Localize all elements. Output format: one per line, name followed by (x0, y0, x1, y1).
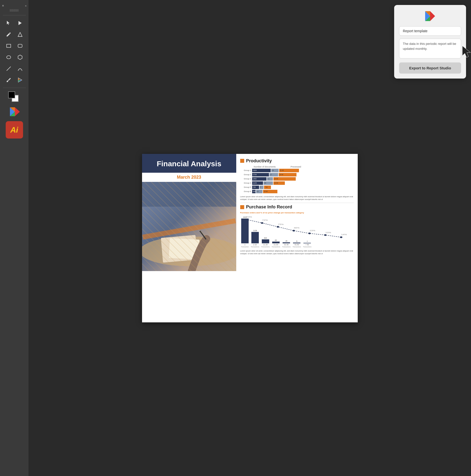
table-row: Group 6 345 12 15 M (240, 190, 354, 193)
cover-subtitle: March 2023 (147, 173, 231, 182)
chart-headers: Number of documents Processed (240, 166, 354, 168)
bar-orange: 7 M (264, 186, 271, 189)
cover-image-overlay (142, 182, 236, 271)
svg-point-2 (6, 56, 11, 59)
toolbar-divider-2 (3, 88, 26, 88)
bar-dark: 1492 (252, 177, 266, 181)
export-button[interactable]: Export to Report Studio (399, 62, 461, 74)
purchase-highlight: % of no price change (260, 212, 280, 214)
table-row: Group 4 1129 19 12 M (240, 181, 354, 185)
hex-tool[interactable] (15, 52, 25, 62)
chart-col2: Processed (291, 166, 301, 168)
purchase-bar-group: 7 > 50 Transactions (303, 241, 311, 248)
svg-point-33 (340, 236, 342, 238)
bar-mid: 14 (271, 169, 279, 172)
purchase-bar (272, 242, 280, 243)
color-swatches[interactable] (8, 91, 21, 104)
rounded-rect-tool[interactable] (15, 41, 25, 51)
bar-dark: 726 (252, 186, 259, 189)
purchase-lorem: Lorem ipsum dolor sit amet, consectetuer… (240, 250, 354, 255)
curve-tool[interactable] (15, 63, 25, 74)
bar-mid: 7 (260, 186, 264, 189)
svg-text:14%: 14% (341, 233, 347, 235)
bar-orange: 19 M (279, 173, 296, 176)
play-logo (9, 106, 20, 118)
ai-button[interactable]: Ai (6, 121, 23, 139)
page-right: Productivity Number of documents Process… (236, 154, 358, 322)
fill-color-front (8, 91, 15, 98)
purchase-bar-group: 324 11-20 Transactions (261, 237, 270, 248)
purchase-bar-group: 1128 2-10 Transactions (251, 230, 259, 248)
purchase-bar (303, 243, 311, 243)
page-left: Financial Analysis March 2023 (142, 154, 236, 322)
angle-tool[interactable] (15, 29, 25, 40)
toolbar-divider (3, 15, 26, 15)
bar-mid: 17 (269, 173, 278, 176)
toolbar: × « |||||||||| (0, 0, 29, 476)
cover-title: Financial Analysis (148, 159, 230, 168)
chart-col1: Number of documents (254, 166, 276, 168)
table-row: Group 2 1726 17 19 M (240, 173, 354, 176)
purchase-bar-group: 62 21-30 Transactions (272, 239, 280, 248)
toolbar-tools (0, 17, 29, 86)
bar-orange: 21 M (279, 169, 299, 172)
document: Financial Analysis March 2023 (142, 154, 358, 322)
table-row: Group 5 726 7 7 M (240, 186, 354, 189)
purchase-bar (241, 219, 249, 243)
cursor-arrow (461, 45, 471, 60)
purchase-section: Purchase Info Record Purchase orders and… (240, 204, 354, 255)
bar-dark: 345 (252, 190, 256, 193)
productivity-dot (240, 159, 244, 163)
productivity-header: Productivity (240, 158, 354, 164)
svg-line-4 (6, 67, 11, 71)
purchase-chart: 2431 1 Transaction 1128 2-10 Transaction… (240, 215, 354, 248)
toolbar-grip: |||||||||| (10, 9, 19, 12)
svg-marker-38 (462, 46, 471, 57)
arrow-tool[interactable] (3, 18, 14, 28)
ellipse-tool[interactable] (3, 52, 14, 62)
purchase-dot (240, 205, 244, 209)
pen-tool[interactable] (3, 29, 14, 40)
svg-text:72%: 72% (262, 219, 268, 221)
collapse-icon[interactable]: « (25, 4, 27, 7)
bar-dark: 1129 (252, 181, 263, 185)
fill-arrow-tool[interactable] (15, 18, 25, 28)
purchase-bar-group: 2431 1 Transaction (241, 216, 249, 248)
bar-dark: 1726 (252, 173, 269, 176)
main-canvas: Financial Analysis March 2023 (29, 0, 471, 476)
bar-orange: 15 M (263, 190, 277, 193)
svg-marker-37 (430, 11, 435, 21)
svg-text:46%: 46% (294, 227, 299, 229)
report-description-textarea[interactable]: The data in this periodic report will be… (399, 39, 461, 58)
close-icon[interactable]: × (2, 4, 4, 8)
purchase-bar (251, 232, 259, 243)
svg-point-32 (324, 234, 326, 236)
play-icon-tool[interactable] (15, 75, 25, 85)
svg-point-28 (261, 222, 263, 224)
cover-image (142, 182, 236, 271)
rectangle-tool[interactable] (3, 41, 14, 51)
brush-tool[interactable] (3, 75, 14, 85)
bar-orange: 12 M (273, 181, 285, 185)
svg-marker-12 (15, 107, 20, 116)
svg-point-29 (277, 226, 279, 228)
svg-rect-1 (18, 44, 22, 48)
right-panel: Report template The data in this periodi… (394, 5, 466, 79)
svg-text:13%: 13% (325, 231, 331, 234)
purchase-bar (262, 239, 269, 243)
panel-logo (399, 10, 461, 22)
bar-mid: 12 (256, 190, 263, 193)
productivity-lorem: Lorem ipsum dolor sit amet, consectetuer… (240, 195, 354, 201)
table-row: Group 1 1928 14 21 M (240, 169, 354, 172)
svg-text:13%: 13% (309, 229, 315, 232)
line-tool[interactable] (3, 63, 14, 74)
svg-text:75%: 75% (278, 223, 284, 225)
productivity-chart: Number of documents Processed Group 1 19… (240, 166, 354, 193)
table-row: Group 3 1492 11 24 M (240, 177, 354, 181)
bar-dark: 1928 (252, 169, 271, 172)
purchase-bar-group: 9 41-50 Transactions (293, 240, 301, 248)
section-divider (240, 203, 354, 203)
productivity-title: Productivity (246, 158, 272, 164)
report-template-input[interactable]: Report template (399, 26, 461, 36)
bar-orange: 24 M (273, 177, 296, 181)
